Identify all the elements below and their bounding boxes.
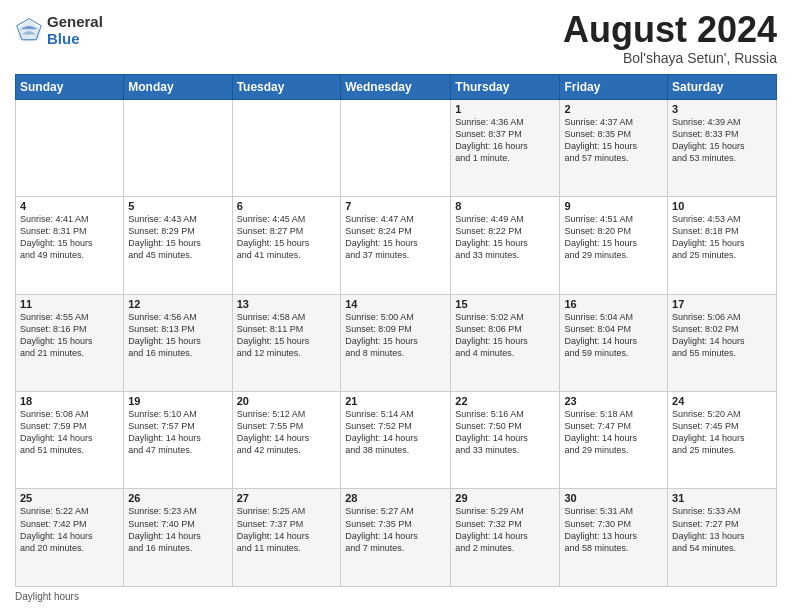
day-info: Sunrise: 4:47 AM Sunset: 8:24 PM Dayligh… — [345, 213, 446, 262]
calendar-cell-15: 15Sunrise: 5:02 AM Sunset: 8:06 PM Dayli… — [451, 294, 560, 391]
day-number: 28 — [345, 492, 446, 504]
day-info: Sunrise: 4:36 AM Sunset: 8:37 PM Dayligh… — [455, 116, 555, 165]
calendar-cell-empty — [16, 99, 124, 196]
calendar-cell-20: 20Sunrise: 5:12 AM Sunset: 7:55 PM Dayli… — [232, 392, 341, 489]
day-number: 31 — [672, 492, 772, 504]
day-number: 1 — [455, 103, 555, 115]
calendar-cell-26: 26Sunrise: 5:23 AM Sunset: 7:40 PM Dayli… — [124, 489, 232, 587]
day-number: 9 — [564, 200, 663, 212]
title-area: August 2024 Bol'shaya Setun', Russia — [563, 10, 777, 66]
day-number: 2 — [564, 103, 663, 115]
daylight-label: Daylight hours — [15, 591, 79, 602]
calendar-cell-1: 1Sunrise: 4:36 AM Sunset: 8:37 PM Daylig… — [451, 99, 560, 196]
day-info: Sunrise: 5:22 AM Sunset: 7:42 PM Dayligh… — [20, 505, 119, 554]
day-info: Sunrise: 5:20 AM Sunset: 7:45 PM Dayligh… — [672, 408, 772, 457]
day-number: 15 — [455, 298, 555, 310]
day-number: 23 — [564, 395, 663, 407]
logo-general-text: General — [47, 14, 103, 31]
calendar-cell-2: 2Sunrise: 4:37 AM Sunset: 8:35 PM Daylig… — [560, 99, 668, 196]
logo: General Blue — [15, 14, 103, 47]
weekday-header-wednesday: Wednesday — [341, 74, 451, 99]
calendar-cell-10: 10Sunrise: 4:53 AM Sunset: 8:18 PM Dayli… — [668, 197, 777, 294]
calendar-cell-17: 17Sunrise: 5:06 AM Sunset: 8:02 PM Dayli… — [668, 294, 777, 391]
calendar-cell-empty — [341, 99, 451, 196]
day-number: 21 — [345, 395, 446, 407]
calendar-cell-empty — [232, 99, 341, 196]
calendar-cell-6: 6Sunrise: 4:45 AM Sunset: 8:27 PM Daylig… — [232, 197, 341, 294]
calendar-cell-14: 14Sunrise: 5:00 AM Sunset: 8:09 PM Dayli… — [341, 294, 451, 391]
weekday-header-friday: Friday — [560, 74, 668, 99]
day-info: Sunrise: 5:25 AM Sunset: 7:37 PM Dayligh… — [237, 505, 337, 554]
day-info: Sunrise: 5:27 AM Sunset: 7:35 PM Dayligh… — [345, 505, 446, 554]
day-number: 22 — [455, 395, 555, 407]
calendar-week-3: 11Sunrise: 4:55 AM Sunset: 8:16 PM Dayli… — [16, 294, 777, 391]
day-info: Sunrise: 4:51 AM Sunset: 8:20 PM Dayligh… — [564, 213, 663, 262]
calendar-cell-16: 16Sunrise: 5:04 AM Sunset: 8:04 PM Dayli… — [560, 294, 668, 391]
weekday-header-tuesday: Tuesday — [232, 74, 341, 99]
day-number: 7 — [345, 200, 446, 212]
logo-blue-text: Blue — [47, 31, 103, 48]
month-title: August 2024 — [563, 10, 777, 50]
calendar-table: SundayMondayTuesdayWednesdayThursdayFrid… — [15, 74, 777, 587]
logo-icon — [15, 17, 43, 45]
calendar-cell-22: 22Sunrise: 5:16 AM Sunset: 7:50 PM Dayli… — [451, 392, 560, 489]
calendar-cell-18: 18Sunrise: 5:08 AM Sunset: 7:59 PM Dayli… — [16, 392, 124, 489]
calendar-cell-3: 3Sunrise: 4:39 AM Sunset: 8:33 PM Daylig… — [668, 99, 777, 196]
day-number: 13 — [237, 298, 337, 310]
day-info: Sunrise: 4:41 AM Sunset: 8:31 PM Dayligh… — [20, 213, 119, 262]
day-number: 6 — [237, 200, 337, 212]
day-info: Sunrise: 5:02 AM Sunset: 8:06 PM Dayligh… — [455, 311, 555, 360]
day-number: 16 — [564, 298, 663, 310]
day-info: Sunrise: 5:00 AM Sunset: 8:09 PM Dayligh… — [345, 311, 446, 360]
calendar-header-row: SundayMondayTuesdayWednesdayThursdayFrid… — [16, 74, 777, 99]
day-info: Sunrise: 5:12 AM Sunset: 7:55 PM Dayligh… — [237, 408, 337, 457]
day-number: 8 — [455, 200, 555, 212]
calendar-cell-5: 5Sunrise: 4:43 AM Sunset: 8:29 PM Daylig… — [124, 197, 232, 294]
day-info: Sunrise: 4:37 AM Sunset: 8:35 PM Dayligh… — [564, 116, 663, 165]
day-info: Sunrise: 5:10 AM Sunset: 7:57 PM Dayligh… — [128, 408, 227, 457]
header: General Blue August 2024 Bol'shaya Setun… — [15, 10, 777, 66]
day-number: 25 — [20, 492, 119, 504]
day-info: Sunrise: 4:39 AM Sunset: 8:33 PM Dayligh… — [672, 116, 772, 165]
day-info: Sunrise: 5:04 AM Sunset: 8:04 PM Dayligh… — [564, 311, 663, 360]
day-number: 3 — [672, 103, 772, 115]
day-info: Sunrise: 5:18 AM Sunset: 7:47 PM Dayligh… — [564, 408, 663, 457]
day-info: Sunrise: 5:08 AM Sunset: 7:59 PM Dayligh… — [20, 408, 119, 457]
calendar-week-5: 25Sunrise: 5:22 AM Sunset: 7:42 PM Dayli… — [16, 489, 777, 587]
calendar-cell-7: 7Sunrise: 4:47 AM Sunset: 8:24 PM Daylig… — [341, 197, 451, 294]
day-number: 12 — [128, 298, 227, 310]
weekday-header-monday: Monday — [124, 74, 232, 99]
day-info: Sunrise: 4:49 AM Sunset: 8:22 PM Dayligh… — [455, 213, 555, 262]
day-info: Sunrise: 4:53 AM Sunset: 8:18 PM Dayligh… — [672, 213, 772, 262]
calendar-cell-30: 30Sunrise: 5:31 AM Sunset: 7:30 PM Dayli… — [560, 489, 668, 587]
calendar-cell-12: 12Sunrise: 4:56 AM Sunset: 8:13 PM Dayli… — [124, 294, 232, 391]
day-info: Sunrise: 4:58 AM Sunset: 8:11 PM Dayligh… — [237, 311, 337, 360]
day-number: 24 — [672, 395, 772, 407]
weekday-header-thursday: Thursday — [451, 74, 560, 99]
day-number: 19 — [128, 395, 227, 407]
calendar-cell-31: 31Sunrise: 5:33 AM Sunset: 7:27 PM Dayli… — [668, 489, 777, 587]
calendar-cell-8: 8Sunrise: 4:49 AM Sunset: 8:22 PM Daylig… — [451, 197, 560, 294]
weekday-header-sunday: Sunday — [16, 74, 124, 99]
day-number: 18 — [20, 395, 119, 407]
day-info: Sunrise: 5:33 AM Sunset: 7:27 PM Dayligh… — [672, 505, 772, 554]
day-number: 17 — [672, 298, 772, 310]
day-number: 4 — [20, 200, 119, 212]
footer: Daylight hours — [15, 591, 777, 602]
calendar-week-1: 1Sunrise: 4:36 AM Sunset: 8:37 PM Daylig… — [16, 99, 777, 196]
logo-text: General Blue — [47, 14, 103, 47]
calendar-week-4: 18Sunrise: 5:08 AM Sunset: 7:59 PM Dayli… — [16, 392, 777, 489]
calendar-cell-25: 25Sunrise: 5:22 AM Sunset: 7:42 PM Dayli… — [16, 489, 124, 587]
calendar-cell-19: 19Sunrise: 5:10 AM Sunset: 7:57 PM Dayli… — [124, 392, 232, 489]
day-info: Sunrise: 5:23 AM Sunset: 7:40 PM Dayligh… — [128, 505, 227, 554]
day-number: 29 — [455, 492, 555, 504]
calendar-cell-28: 28Sunrise: 5:27 AM Sunset: 7:35 PM Dayli… — [341, 489, 451, 587]
calendar-cell-13: 13Sunrise: 4:58 AM Sunset: 8:11 PM Dayli… — [232, 294, 341, 391]
day-number: 26 — [128, 492, 227, 504]
day-number: 11 — [20, 298, 119, 310]
calendar-cell-29: 29Sunrise: 5:29 AM Sunset: 7:32 PM Dayli… — [451, 489, 560, 587]
day-info: Sunrise: 5:06 AM Sunset: 8:02 PM Dayligh… — [672, 311, 772, 360]
calendar-cell-21: 21Sunrise: 5:14 AM Sunset: 7:52 PM Dayli… — [341, 392, 451, 489]
day-info: Sunrise: 5:16 AM Sunset: 7:50 PM Dayligh… — [455, 408, 555, 457]
calendar-week-2: 4Sunrise: 4:41 AM Sunset: 8:31 PM Daylig… — [16, 197, 777, 294]
